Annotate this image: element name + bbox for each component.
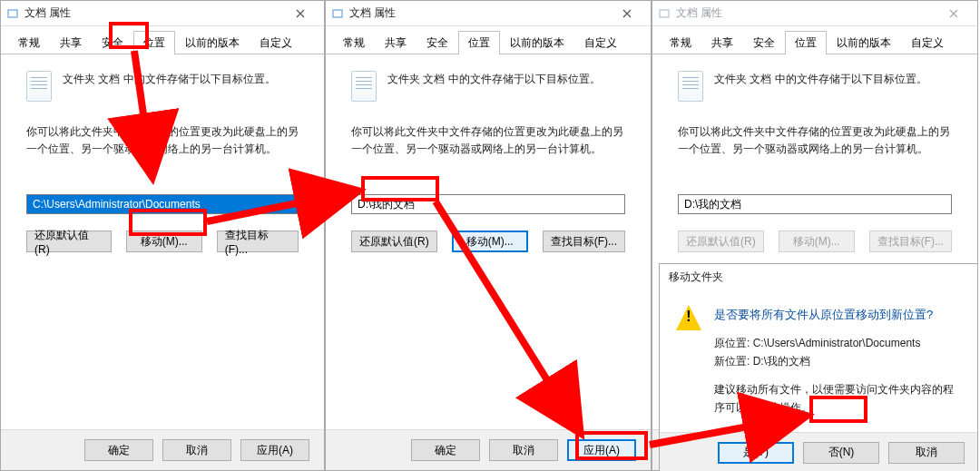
storage-message: 文件夹 文档 中的文件存储于以下目标位置。 — [714, 71, 927, 88]
restore-default-button: 还原默认值(R) — [678, 231, 764, 252]
action-buttons: 还原默认值(R) 移动(M)... 查找目标(F)... — [351, 231, 625, 252]
action-buttons: 还原默认值(R) 移动(M)... 查找目标(F)... — [26, 231, 299, 252]
change-description: 你可以将此文件夹中文件存储的位置更改为此硬盘上的另一个位置、另一个驱动器或网络上… — [26, 123, 299, 158]
move-button: 移动(M)... — [779, 231, 855, 252]
document-folder-icon — [351, 71, 377, 102]
apply-button[interactable]: 应用(A) — [240, 439, 309, 461]
tab-general[interactable]: 常规 — [333, 31, 375, 54]
document-folder-icon — [26, 71, 52, 102]
yes-button[interactable]: 是(Y) — [718, 442, 794, 464]
move-files-confirm-dialog: 移动文件夹 是否要将所有文件从原位置移动到新位置? 原位置: C:\Users\… — [659, 263, 978, 471]
tab-general[interactable]: 常规 — [660, 31, 701, 54]
svg-rect-2 — [660, 10, 669, 17]
new-location: 新位置: D:\我的文档 — [714, 352, 961, 370]
restore-default-button[interactable]: 还原默认值(R) — [351, 231, 437, 252]
storage-message: 文件夹 文档 中的文件存储于以下目标位置。 — [387, 71, 601, 88]
tab-strip: 常规 共享 安全 位置 以前的版本 自定义 — [652, 26, 977, 54]
svg-rect-0 — [8, 10, 17, 17]
move-button[interactable]: 移动(M)... — [452, 231, 528, 252]
folder-properties-icon — [658, 7, 671, 20]
tab-share[interactable]: 共享 — [375, 31, 416, 54]
folder-properties-icon — [6, 7, 19, 20]
tab-previous[interactable]: 以前的版本 — [500, 31, 574, 54]
tab-general[interactable]: 常规 — [8, 31, 50, 54]
dialog-title: 文档 属性 — [676, 5, 936, 21]
tab-security[interactable]: 安全 — [416, 31, 458, 54]
confirm-title: 移动文件夹 — [660, 264, 977, 290]
change-description: 你可以将此文件夹中文件存储的位置更改为此硬盘上的另一个位置、另一个驱动器或网络上… — [351, 123, 625, 158]
dialog-title: 文档 属性 — [24, 5, 282, 21]
tab-share[interactable]: 共享 — [701, 31, 743, 54]
path-input[interactable] — [678, 194, 952, 214]
dialog-footer: 确定 取消 应用(A) — [326, 429, 651, 470]
move-button[interactable]: 移动(M)... — [126, 231, 202, 252]
tab-location[interactable]: 位置 — [458, 31, 500, 54]
confirm-footer: 是(Y) 否(N) 取消 — [660, 432, 977, 471]
svg-rect-1 — [333, 10, 342, 17]
confirm-question: 是否要将所有文件从原位置移动到新位置? — [714, 305, 961, 325]
tab-location[interactable]: 位置 — [133, 31, 175, 54]
tab-custom[interactable]: 自定义 — [574, 31, 627, 54]
tab-strip: 常规 共享 安全 位置 以前的版本 自定义 — [1, 26, 324, 54]
restore-default-button[interactable]: 还原默认值(R) — [26, 231, 112, 252]
titlebar: 文档 属性 — [1, 1, 324, 26]
confirm-advice: 建议移动所有文件，以便需要访问文件夹内容的程序可以执行此操作。 — [714, 380, 961, 417]
cancel-button[interactable]: 取消 — [888, 442, 965, 464]
document-folder-icon — [678, 71, 703, 102]
close-button[interactable] — [936, 1, 972, 25]
properties-dialog-b: 文档 属性 常规 共享 安全 位置 以前的版本 自定义 文件夹 文档 中的文件存… — [325, 0, 652, 471]
tab-security[interactable]: 安全 — [92, 31, 133, 54]
dialog-body: 文件夹 文档 中的文件存储于以下目标位置。 你可以将此文件夹中文件存储的位置更改… — [1, 54, 324, 429]
tab-location[interactable]: 位置 — [785, 31, 827, 54]
dialog-body: 文件夹 文档 中的文件存储于以下目标位置。 你可以将此文件夹中文件存储的位置更改… — [326, 54, 651, 429]
cancel-button[interactable]: 取消 — [489, 439, 558, 461]
find-target-button: 查找目标(F)... — [869, 231, 952, 252]
find-target-button[interactable]: 查找目标(F)... — [217, 231, 299, 252]
close-button[interactable] — [609, 1, 645, 25]
tab-security[interactable]: 安全 — [743, 31, 785, 54]
warning-icon — [676, 305, 701, 330]
tab-custom[interactable]: 自定义 — [250, 31, 302, 54]
ok-button[interactable]: 确定 — [84, 439, 153, 461]
tab-previous[interactable]: 以前的版本 — [175, 31, 250, 54]
storage-message: 文件夹 文档 中的文件存储于以下目标位置。 — [63, 71, 276, 88]
dialog-title: 文档 属性 — [349, 5, 609, 21]
path-input[interactable] — [26, 194, 299, 214]
folder-properties-icon — [331, 7, 344, 20]
dialog-footer: 确定 取消 应用(A) — [1, 429, 324, 470]
path-input[interactable] — [351, 194, 625, 214]
change-description: 你可以将此文件夹中文件存储的位置更改为此硬盘上的另一个位置、另一个驱动器或网络上… — [678, 123, 952, 158]
tab-share[interactable]: 共享 — [50, 31, 92, 54]
cancel-button[interactable]: 取消 — [162, 439, 231, 461]
no-button[interactable]: 否(N) — [803, 442, 879, 464]
close-button[interactable] — [282, 1, 318, 25]
tab-strip: 常规 共享 安全 位置 以前的版本 自定义 — [326, 26, 651, 54]
confirm-text: 是否要将所有文件从原位置移动到新位置? 原位置: C:\Users\Admini… — [714, 305, 961, 417]
action-buttons: 还原默认值(R) 移动(M)... 查找目标(F)... — [678, 231, 952, 252]
apply-button[interactable]: 应用(A) — [567, 439, 636, 461]
titlebar: 文档 属性 — [652, 1, 977, 26]
titlebar: 文档 属性 — [326, 1, 651, 26]
tab-custom[interactable]: 自定义 — [901, 31, 954, 54]
properties-dialog-a: 文档 属性 常规 共享 安全 位置 以前的版本 自定义 文件夹 文档 中的文件存… — [0, 0, 325, 471]
ok-button[interactable]: 确定 — [411, 439, 480, 461]
find-target-button[interactable]: 查找目标(F)... — [543, 231, 625, 252]
old-location: 原位置: C:\Users\Administrator\Documents — [714, 334, 961, 352]
tab-previous[interactable]: 以前的版本 — [827, 31, 901, 54]
